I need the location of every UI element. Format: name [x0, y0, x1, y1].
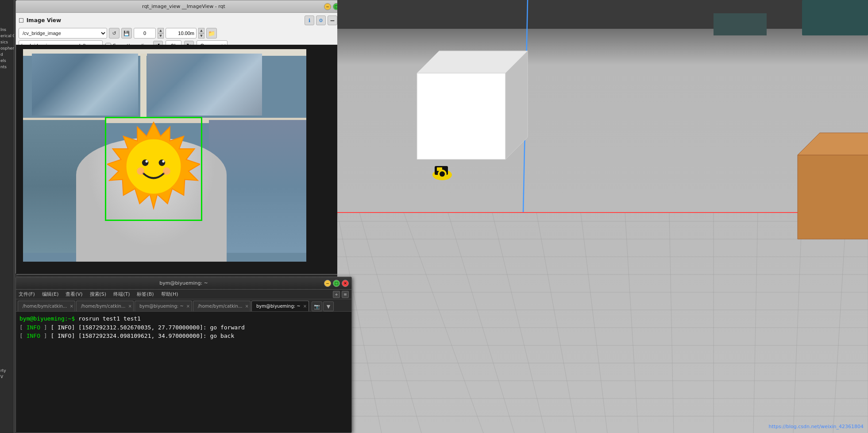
- log-bracket-1: [: [19, 332, 27, 339]
- terminal-tab-1[interactable]: /home/bym/catkin... ×: [76, 301, 134, 311]
- save-icon: 💾: [123, 31, 130, 36]
- terminal-tab-1-close[interactable]: ×: [128, 304, 131, 309]
- menu-tabs[interactable]: 标签(B): [137, 291, 154, 298]
- image-view-label: Image View: [27, 17, 61, 23]
- distance-spinner: ▲ ▼: [198, 28, 204, 39]
- frame-down-arrow[interactable]: ▼: [158, 33, 164, 39]
- terminal-window-controls: − □ ✕: [324, 280, 349, 287]
- topic-select[interactable]: /cv_bridge_image: [19, 28, 107, 39]
- toolbar-row1: /cv_bridge_image ↺ 💾 ▲ ▼ ▲ ▼ 📁: [19, 28, 349, 39]
- image-canvas: [16, 45, 351, 274]
- svg-point-4: [146, 160, 148, 162]
- terminal-tab-3-close[interactable]: ×: [245, 304, 248, 309]
- terminal-tabs: /home/bym/catkin... × /home/bym/catkin..…: [16, 299, 351, 312]
- panel-footer-rty: rty: [0, 367, 14, 374]
- panel-footer-labels: rty V: [0, 367, 14, 380]
- rqt-image-view-window: rqt_image_view __ImageView - rqt − □ ✕ ☐…: [15, 0, 352, 274]
- log-label-0: INFO: [27, 324, 40, 331]
- svg-point-7: [163, 167, 170, 175]
- panel-item-erical: erical Co: [0, 33, 14, 39]
- terminal-prompt-text: bym@biyueming:~$: [19, 315, 75, 322]
- terminal-tab-2-label: bym@biyueming: ~: [139, 304, 184, 309]
- left-sidebar: Ins erical Co sics osphere d els nts rty…: [0, 0, 14, 433]
- terminal-command-text: rosrun test1 test1: [78, 315, 141, 322]
- svg-point-2: [142, 159, 149, 166]
- svg-marker-40: [417, 73, 505, 159]
- panel-item-d: d: [0, 51, 14, 58]
- minimize-icon: −: [326, 4, 329, 9]
- terminal-tab-0-label: /home/bym/catkin...: [23, 304, 67, 309]
- distance-input[interactable]: [166, 28, 197, 39]
- svg-rect-8: [337, 0, 868, 433]
- terminal-tab-0[interactable]: /home/bym/catkin... ×: [18, 301, 75, 311]
- svg-point-5: [162, 160, 164, 162]
- panel-item-els: els: [0, 58, 14, 64]
- terminal-tab-2[interactable]: bym@biyueming: ~ ×: [135, 301, 192, 311]
- terminal-restore-button[interactable]: □: [333, 280, 340, 287]
- terminal-log-line-1: [ INFO ] [ INFO] [1587292324.098109621, …: [19, 332, 348, 340]
- refresh-icon: ↺: [112, 31, 116, 36]
- left-panel-items: Ins erical Co sics osphere d els nts: [0, 27, 14, 70]
- terminal-close-icon: ✕: [343, 281, 347, 286]
- dash-icon: −: [330, 17, 335, 24]
- distance-up-arrow[interactable]: ▲: [198, 28, 204, 33]
- panel-item-sics: sics: [0, 39, 14, 45]
- url-text: https://blog.csdn.net/weixin_42361804: [768, 424, 864, 429]
- log-label-1: INFO: [27, 332, 40, 339]
- terminal-tab-3[interactable]: /home/bym/catkin... ×: [193, 301, 251, 311]
- terminal-toolbar-btn1[interactable]: +: [333, 291, 340, 298]
- terminal-window: bym@biyueming: ~ − □ ✕ 文件(F) 编辑(E) 查看(V)…: [15, 277, 352, 433]
- terminal-tab-3-label: /home/bym/catkin...: [198, 304, 242, 309]
- window-divider: [140, 54, 147, 120]
- log-bracket-1b: ]: [44, 332, 51, 339]
- rqt-titlebar: rqt_image_view __ImageView - rqt − □ ✕: [16, 0, 351, 13]
- terminal-prompt-line: bym@biyueming:~$ rosrun test1 test1: [19, 314, 348, 323]
- terminal-tab-4[interactable]: bym@biyueming: ~ ×: [251, 301, 309, 311]
- folder-button[interactable]: 📁: [206, 28, 217, 39]
- frame-up-arrow[interactable]: ▲: [158, 28, 164, 33]
- webcam-image: [23, 49, 306, 262]
- terminal-titlebar: bym@biyueming: ~ − □ ✕: [16, 277, 351, 290]
- info-button[interactable]: ℹ: [305, 15, 314, 25]
- terminal-minimize-button[interactable]: −: [324, 280, 331, 287]
- menu-search[interactable]: 搜索(S): [90, 291, 107, 298]
- terminal-menubar: 文件(F) 编辑(E) 查看(V) 搜索(S) 终端(T) 标签(B) 帮助(H…: [16, 290, 351, 299]
- sun-emoji-overlay: [107, 118, 200, 215]
- minimize-button[interactable]: −: [324, 3, 331, 10]
- terminal-body: bym@biyueming:~$ rosrun test1 test1 [ IN…: [16, 312, 351, 433]
- terminal-restore-icon: □: [335, 281, 339, 286]
- frame-spinner: ▲ ▼: [158, 28, 164, 39]
- terminal-title: bym@biyueming: ~: [159, 280, 208, 286]
- menu-file[interactable]: 文件(F): [19, 291, 35, 298]
- menu-terminal[interactable]: 终端(T): [113, 291, 130, 298]
- terminal-tab-2-close[interactable]: ×: [186, 304, 190, 309]
- svg-point-1: [126, 139, 181, 194]
- log-text-0: [ INFO] [1587292312.502670035, 27.770000…: [50, 324, 244, 331]
- menu-edit[interactable]: 编辑(E): [42, 291, 59, 298]
- terminal-tab-0-close[interactable]: ×: [69, 304, 73, 309]
- rqt-title-text: rqt_image_view __ImageView - rqt: [142, 4, 225, 9]
- rviz-canvas: [337, 0, 868, 433]
- terminal-close-button[interactable]: ✕: [342, 280, 349, 287]
- config-button[interactable]: ⚙: [316, 15, 326, 25]
- window-glass-left: [32, 54, 138, 116]
- save-button[interactable]: 💾: [121, 28, 132, 39]
- terminal-toolbar-btn2[interactable]: ≡: [342, 291, 349, 298]
- terminal-screenshot-btn[interactable]: 📷: [312, 302, 322, 311]
- menu-help[interactable]: 帮助(H): [161, 291, 178, 298]
- terminal-scroll-btn[interactable]: ▼: [323, 302, 334, 311]
- log-bracket-0: [: [19, 324, 27, 331]
- collapse-button[interactable]: −: [328, 15, 337, 25]
- svg-point-47: [440, 171, 445, 177]
- image-view-header-row: ☐ Image View ℹ ⚙ − ✕: [19, 15, 349, 26]
- log-text-1: [ INFO] [1587292324.098109621, 34.970000…: [50, 332, 234, 339]
- terminal-tab-1-label: /home/bym/catkin...: [81, 304, 125, 309]
- terminal-tab-4-close[interactable]: ×: [303, 304, 307, 309]
- distance-down-arrow[interactable]: ▼: [198, 33, 204, 39]
- panel-item-ins: Ins: [0, 27, 14, 33]
- menu-view[interactable]: 查看(V): [66, 291, 82, 298]
- log-bracket-0b: ]: [44, 324, 51, 331]
- panel-footer-v: V: [0, 374, 14, 380]
- frame-input[interactable]: [134, 28, 156, 39]
- refresh-button[interactable]: ↺: [109, 28, 120, 39]
